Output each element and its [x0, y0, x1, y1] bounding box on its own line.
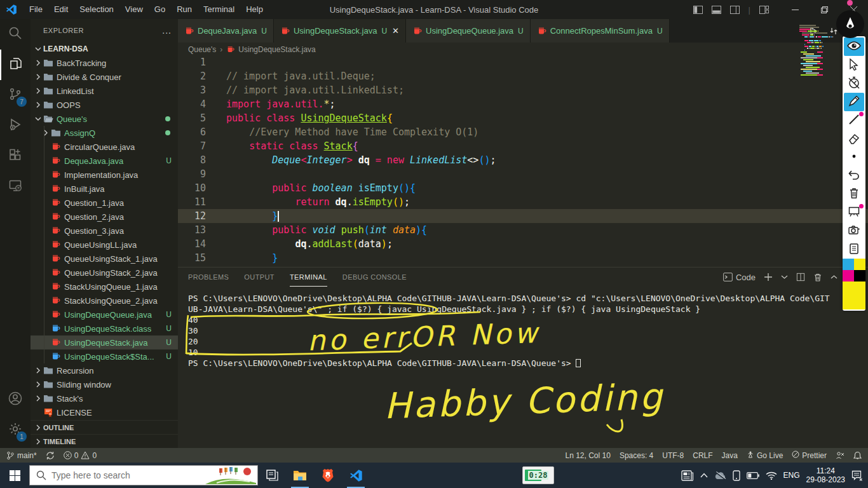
activity-explorer[interactable]	[0, 50, 31, 80]
tree-item-stackusingqueue-1-java[interactable]: StackUsingQueue_1.java	[31, 280, 178, 294]
breadcrumb-folder[interactable]: Queue's	[188, 45, 216, 54]
code-line-4[interactable]: 4import java.util.*;	[178, 97, 868, 111]
taskbar-search[interactable]	[29, 465, 258, 485]
tree-item-usingdequestack-sta-[interactable]: UsingDequeStack$Sta...U	[31, 349, 178, 363]
feedback-icon[interactable]	[836, 448, 844, 463]
activity-run-debug[interactable]	[0, 111, 31, 141]
activity-settings[interactable]: 1	[0, 415, 31, 445]
toggle-panel-icon[interactable]	[712, 6, 721, 14]
code-line-1[interactable]: 1	[178, 55, 868, 69]
palette-color-2[interactable]	[843, 270, 854, 281]
code-line-12[interactable]: 12 }	[178, 209, 868, 223]
activity-remote-explorer[interactable]	[0, 172, 31, 202]
status-ln-12-col-10[interactable]: Ln 12, Col 10	[565, 448, 610, 463]
code-line-6[interactable]: 6 //Every Method have Time Complexity O(…	[178, 125, 868, 139]
code-line-3[interactable]: 3// import java.util.LinkedList;	[178, 83, 868, 97]
terminal-dropdown-icon[interactable]	[781, 274, 788, 280]
tool-eraser[interactable]	[844, 130, 864, 148]
tool-screenshot[interactable]	[844, 222, 864, 240]
tree-root-learn-dsa[interactable]: LEARN-DSA	[31, 42, 178, 56]
tree-item-queueusingstack-2-java[interactable]: QueueUsingStack_2.java	[31, 266, 178, 280]
brave-browser-button[interactable]	[314, 463, 342, 488]
tree-item-question-1-java[interactable]: Question_1.java	[31, 196, 178, 210]
status-utf-8[interactable]: UTF-8	[662, 448, 684, 463]
tree-item-stackusingqueue-2-java[interactable]: StackUsingQueue_2.java	[31, 294, 178, 308]
task-view-button[interactable]	[258, 463, 286, 488]
tree-item-stack-s[interactable]: Stack's	[31, 391, 178, 405]
terminal-output[interactable]: PS C:\Users\LENOVO\OneDrive\Desktop\ALPH…	[178, 287, 868, 369]
status-crlf[interactable]: CRLF	[693, 448, 712, 463]
tool-timer[interactable]	[844, 74, 864, 93]
tree-item-oops[interactable]: OOPS	[31, 98, 178, 112]
tree-item-inbuilt-java[interactable]: InBuilt.java	[31, 182, 178, 196]
status-prettier[interactable]: Prettier	[792, 448, 827, 463]
new-terminal-icon[interactable]	[764, 273, 773, 281]
wifi-icon[interactable]	[766, 471, 777, 480]
tree-item-queue-s[interactable]: Queue's	[31, 112, 178, 126]
toggle-secondary-sidebar-icon[interactable]	[730, 6, 740, 14]
kill-terminal-trash-icon[interactable]	[813, 273, 822, 282]
breadcrumb-file[interactable]: UsingDequeStack.java	[238, 45, 315, 54]
code-line-7[interactable]: 7 static class Stack{	[178, 139, 868, 153]
menu-help[interactable]: Help	[240, 0, 269, 19]
tree-item-assignq[interactable]: AssignQ	[31, 126, 178, 140]
news-widget-icon[interactable]	[681, 470, 694, 481]
tool-undo[interactable]	[844, 166, 864, 185]
code-line-5[interactable]: 5public class UsingDequeStack{	[178, 111, 868, 125]
activity-account[interactable]	[0, 384, 31, 415]
close-tab-icon[interactable]: ✕	[392, 26, 399, 36]
panel-tab-problems[interactable]: PROBLEMS	[188, 268, 229, 287]
palette-color-3[interactable]	[854, 270, 865, 281]
tree-item-question-2-java[interactable]: Question_2.java	[31, 210, 178, 224]
minimize-button[interactable]	[780, 0, 810, 19]
code-line-14[interactable]: 14 dq.addLast(data);	[178, 237, 868, 251]
status-spaces-4[interactable]: Spaces: 4	[620, 448, 653, 463]
status-go-live[interactable]: Go Live	[747, 448, 783, 463]
tree-item-implementation-java[interactable]: Implementation.java	[31, 168, 178, 182]
vscode-taskbar-button[interactable]	[342, 463, 370, 488]
activity-search[interactable]	[0, 19, 31, 50]
tool-visibility[interactable]	[844, 37, 864, 56]
current-color-swatch[interactable]	[843, 281, 865, 309]
tree-item-linkedlist[interactable]: LinkedList	[31, 84, 178, 98]
code-line-10[interactable]: 10 public boolean isEmpty(){	[178, 181, 868, 195]
breadcrumb[interactable]: Queue's › UsingDequeStack.java	[178, 43, 868, 57]
code-line-13[interactable]: 13 public void push(int data){	[178, 223, 868, 237]
language-indicator[interactable]: ENG	[783, 471, 800, 480]
code-line-9[interactable]: 9	[178, 167, 868, 181]
tree-item-usingdequestack-java[interactable]: UsingDequeStack.javaU	[31, 336, 178, 349]
search-input[interactable]	[51, 470, 198, 480]
menu-edit[interactable]: Edit	[48, 0, 74, 19]
activity-source-control[interactable]: 7	[0, 80, 31, 111]
panel-tab-output[interactable]: OUTPUT	[244, 268, 275, 287]
menu-file[interactable]: File	[24, 0, 48, 19]
clock[interactable]: 11:24 29-08-2023	[806, 466, 845, 484]
tool-pen[interactable]	[844, 93, 864, 111]
palette-color-1[interactable]	[854, 259, 865, 270]
code-editor[interactable]: 12// import java.util.Deque;3// import j…	[178, 55, 868, 267]
tool-whiteboard[interactable]	[844, 203, 864, 222]
menu-terminal[interactable]: Terminal	[198, 0, 240, 19]
tab-connectropesminsum-java[interactable]: ConnectRopesMinSum.javaU	[531, 19, 670, 43]
tree-item-queueusingll-java[interactable]: QueueUsingLL.java	[31, 238, 178, 252]
tree-item-queueusingstack-1-java[interactable]: QueueUsingStack_1.java	[31, 252, 178, 266]
split-terminal-icon[interactable]	[796, 273, 805, 281]
tab-usingdequestack-java[interactable]: UsingDequeStack.javaU✕	[274, 19, 406, 43]
toggle-sidebar-icon[interactable]	[693, 6, 703, 14]
search-doodle[interactable]	[205, 466, 256, 484]
tool-clipboard[interactable]	[844, 240, 864, 259]
menu-view[interactable]: View	[119, 0, 149, 19]
activity-extensions[interactable]	[0, 141, 31, 172]
maximize-panel-icon[interactable]	[831, 274, 837, 280]
tree-item-usingdequequeue-java[interactable]: UsingDequeQueue.javaU	[31, 308, 178, 322]
section-outline[interactable]: OUTLINE	[31, 420, 178, 434]
code-line-11[interactable]: 11 return dq.isEmpty();	[178, 195, 868, 209]
your-phone-icon[interactable]	[733, 470, 740, 481]
tool-cursor[interactable]	[844, 56, 864, 74]
code-line-8[interactable]: 8 Deque<Integer> dq = new LinkedList<>()…	[178, 153, 868, 167]
epic-pen-logo[interactable]	[836, 10, 864, 38]
code-line-2[interactable]: 2// import java.util.Deque;	[178, 69, 868, 83]
terminal-shell-selector[interactable]: Code	[723, 273, 756, 282]
palette-color-0[interactable]	[843, 259, 854, 270]
menu-selection[interactable]: Selection	[74, 0, 119, 19]
